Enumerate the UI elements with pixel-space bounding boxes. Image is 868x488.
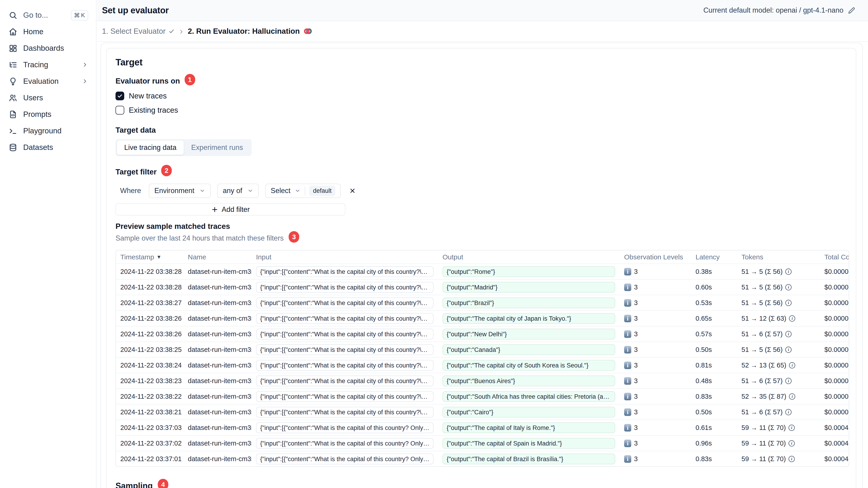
cell-latency: 0.81s <box>691 361 737 369</box>
table-row[interactable]: 2024-11-22 03:38:24 dataset-run-item-cm3… <box>116 357 849 373</box>
sidebar-item-datasets[interactable]: Datasets <box>0 139 96 156</box>
target-data-label: Target data <box>116 126 156 134</box>
sidebar-item-label: Tracing <box>23 60 48 69</box>
table-body: 2024-11-22 03:38:28 dataset-run-item-cm3… <box>116 263 849 466</box>
sidebar-item-label: Playground <box>23 127 62 135</box>
sidebar: Go to... K Home Dashboards Tracing Evalu… <box>0 0 96 488</box>
add-filter-button[interactable]: Add filter <box>116 203 345 216</box>
sidebar-item-dashboards[interactable]: Dashboards <box>0 40 96 57</box>
cell-output: {"output":"The capital of Italy is Rome.… <box>438 422 620 433</box>
filter-value-select[interactable]: Select default <box>265 184 341 198</box>
table-row[interactable]: 2024-11-22 03:38:27 dataset-run-item-cm3… <box>116 295 849 310</box>
goto-search[interactable]: Go to... K <box>0 7 96 24</box>
target-filter-label: Target filter <box>116 168 157 176</box>
info-circle-icon[interactable]: i <box>785 378 792 384</box>
tab-live-tracing[interactable]: Live tracing data <box>117 140 184 155</box>
info-square-icon: i <box>624 424 631 431</box>
info-circle-icon[interactable]: i <box>789 393 795 400</box>
table-row[interactable]: 2024-11-22 03:38:22 dataset-run-item-cm3… <box>116 388 849 404</box>
cell-output: {"output":"The capital of Spain is Madri… <box>438 438 620 449</box>
info-circle-icon[interactable]: i <box>785 331 792 337</box>
sidebar-item-users[interactable]: Users <box>0 90 96 106</box>
command-icon <box>74 12 80 18</box>
table-row[interactable]: 2024-11-22 03:38:28 dataset-run-item-cm3… <box>116 279 849 295</box>
table-row[interactable]: 2024-11-22 03:38:26 dataset-run-item-cm3… <box>116 310 849 326</box>
sidebar-item-label: Datasets <box>23 143 53 152</box>
cell-name: dataset-run-item-cm3s4 <box>184 330 252 338</box>
info-circle-icon[interactable]: i <box>785 300 792 306</box>
database-icon <box>9 143 17 152</box>
filter-operator-select[interactable]: any of <box>217 184 258 198</box>
main-area: Set up evaluator Current default model: … <box>97 0 868 488</box>
check-icon <box>168 28 175 34</box>
checkbox-new-traces[interactable]: New traces <box>116 91 847 101</box>
sidebar-item-tracing[interactable]: Tracing <box>0 57 96 73</box>
cell-latency: 0.83s <box>691 393 737 400</box>
step-badge-3: 3 <box>289 231 299 242</box>
info-circle-icon[interactable]: i <box>785 347 792 353</box>
cell-latency: 0.48s <box>691 377 737 385</box>
preview-subtitle: Sample over the last 24 hours that match… <box>116 234 284 242</box>
info-circle-icon[interactable]: i <box>785 284 792 290</box>
table-row[interactable]: 2024-11-22 03:37:03 dataset-run-item-cm3… <box>116 420 849 435</box>
cell-latency: 0.60s <box>691 284 737 291</box>
tab-experiment-runs[interactable]: Experiment runs <box>184 140 250 155</box>
cell-name: dataset-run-item-cm3s4 <box>184 268 252 275</box>
table-row[interactable]: 2024-11-22 03:38:21 dataset-run-item-cm3… <box>116 404 849 420</box>
step-badge-2: 2 <box>161 165 172 176</box>
table-row[interactable]: 2024-11-22 03:37:02 dataset-run-item-cm3… <box>116 435 849 451</box>
step-badge-4: 4 <box>158 479 168 488</box>
cell-output: {"output":"The capital city of South Kor… <box>438 360 620 371</box>
column-header-timestamp[interactable]: Timestamp ▼ <box>116 253 184 261</box>
cell-output: {"output":"Canada"} <box>438 344 620 355</box>
info-square-icon: i <box>624 284 631 291</box>
info-circle-icon[interactable]: i <box>785 409 792 415</box>
sidebar-item-home[interactable]: Home <box>0 24 96 40</box>
chevron-down-icon <box>294 188 301 194</box>
info-circle-icon[interactable]: i <box>789 362 795 368</box>
table-row[interactable]: 2024-11-22 03:38:28 dataset-run-item-cm3… <box>116 263 849 279</box>
cell-total-cost: $0.000011 ( <box>820 330 849 338</box>
sidebar-item-evaluation[interactable]: Evaluation <box>0 73 96 90</box>
cell-total-cost: $0.00046 ( <box>820 424 849 431</box>
filter-value-chip: default <box>309 186 335 196</box>
edit-model-icon[interactable] <box>848 7 855 14</box>
cell-input: {"input":[{"content":"What is the capita… <box>252 454 438 464</box>
table-row[interactable]: 2024-11-22 03:37:01 dataset-run-item-cm3… <box>116 451 849 466</box>
cell-name: dataset-run-item-cm3s4 <box>184 393 252 400</box>
cell-tokens: 51 → 6 (Σ 57) i <box>737 408 820 416</box>
checkbox-existing-traces[interactable]: Existing traces <box>116 105 847 115</box>
info-circle-icon[interactable]: i <box>785 268 792 275</box>
chevron-right-icon <box>82 62 88 68</box>
column-header-output: Output <box>438 253 620 261</box>
info-circle-icon[interactable]: i <box>788 425 795 431</box>
table-row[interactable]: 2024-11-22 03:38:25 dataset-run-item-cm3… <box>116 341 849 357</box>
cell-timestamp: 2024-11-22 03:38:27 <box>116 299 184 307</box>
cell-latency: 0.83s <box>691 455 737 463</box>
column-header-tokens: Tokens <box>737 253 820 261</box>
cell-observation-levels: i 3 <box>620 268 691 275</box>
info-circle-icon[interactable]: i <box>789 315 795 322</box>
table-row[interactable]: 2024-11-22 03:38:23 dataset-run-item-cm3… <box>116 373 849 388</box>
column-header-name: Name <box>184 253 252 261</box>
cell-total-cost: $0.000016 <box>820 361 849 369</box>
cell-input: {"input":[{"content":"What is the capita… <box>252 391 438 402</box>
sidebar-item-prompts[interactable]: Prompts <box>0 106 96 123</box>
cell-observation-levels: i 3 <box>620 330 691 338</box>
info-circle-icon[interactable]: i <box>788 440 795 447</box>
info-square-icon: i <box>624 315 631 322</box>
filter-column-select[interactable]: Environment <box>149 184 211 198</box>
info-circle-icon[interactable]: i <box>788 456 795 462</box>
cell-observation-levels: i 3 <box>620 393 691 400</box>
breadcrumb-step1[interactable]: 1. Select Evaluator <box>102 27 175 36</box>
remove-filter-button[interactable] <box>347 186 358 196</box>
cell-name: dataset-run-item-cm3s4 <box>184 408 252 416</box>
sidebar-item-label: Users <box>23 93 43 102</box>
step-badge-1: 1 <box>185 74 195 86</box>
info-square-icon: i <box>624 393 631 400</box>
sidebar-item-playground[interactable]: Playground <box>0 123 96 139</box>
table-row[interactable]: 2024-11-22 03:38:26 dataset-run-item-cm3… <box>116 326 849 341</box>
sidebar-item-label: Home <box>23 27 43 36</box>
cell-total-cost: $0.000011 ( <box>820 268 849 275</box>
info-square-icon: i <box>624 408 631 416</box>
